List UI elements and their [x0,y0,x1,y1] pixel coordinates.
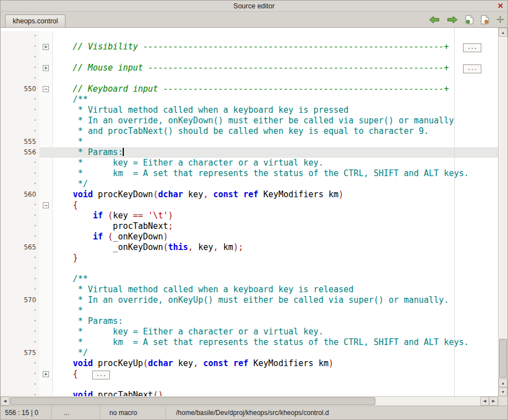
code-line[interactable]: 565 _onKeyDown(this, key, km); [1,242,498,253]
code-line[interactable]: · /** [1,94,498,105]
code-line[interactable]: · */ [1,179,498,189]
code-text: void procKeyUp(dchar key, const ref KeyM… [53,358,498,369]
code-line[interactable]: · [1,263,498,274]
line-number: · [1,200,39,211]
code-line[interactable]: · [1,31,498,42]
code-line[interactable]: · * key = Either a character or a virtua… [1,158,498,168]
fold-column [39,316,53,327]
code-line[interactable]: · * km = A set that represents the statu… [1,337,498,348]
fold-column [39,211,53,221]
code-text: void procTabNext() [53,390,498,396]
code-text: } [53,253,498,263]
fold-column [39,179,53,189]
scroll-up-icon[interactable]: ▲ [499,28,507,37]
fold-column: + [39,369,53,379]
code-line[interactable]: 556 * Params: [1,147,498,158]
right-margin-line [454,28,455,396]
code-line[interactable]: · * Virtual method called when a keyboar… [1,105,498,116]
code-line[interactable]: · } [1,253,498,263]
tab-kheops-control[interactable]: kheops.control [5,14,66,27]
scroll-right-icon[interactable]: ▶ [489,397,498,406]
collapsed-code-indicator[interactable]: ... [463,64,481,73]
scroll-up-icon[interactable]: ▲ [499,378,507,387]
line-number: 565 [1,242,39,253]
document-load-button[interactable] [465,15,474,24]
source-editor-window: Source editor ✕ kheops.control [0,0,508,420]
code-line[interactable]: · * In an override, onKeyDown() must eit… [1,116,498,126]
code-text: if (key == '\t') [53,211,498,221]
fold-column: + [39,42,53,52]
collapsed-code-indicator[interactable]: ... [463,43,481,52]
code-text [53,52,498,63]
code-line[interactable]: · [1,73,498,84]
code-text: * [53,137,498,147]
vertical-scrollbar[interactable]: ▲ ▲ ▼ [498,28,507,396]
code-line[interactable]: · * [1,306,498,316]
detach-handle[interactable] [496,16,504,23]
code-line[interactable]: · if (_onKeyDown) [1,232,498,242]
code-line[interactable]: · /** [1,274,498,284]
code-text: * Params: [53,316,498,327]
vertical-scroll-thumb[interactable] [499,339,507,378]
line-number: · [1,63,39,73]
code-line[interactable]: · * Params: [1,316,498,327]
code-line[interactable]: 555 * [1,137,498,147]
line-number: · [1,253,39,263]
document-save-button[interactable] [481,15,489,24]
code-line[interactable]: · if (key == '\t') [1,211,498,221]
code-line[interactable]: · * key = Either a character or a virtua… [1,327,498,337]
code-text: * [53,306,498,316]
line-number: · [1,358,39,369]
code-view[interactable]: ··+ // Visibility ----------------------… [1,28,498,396]
code-line[interactable]: ·+ // Visibility -----------------------… [1,42,498,52]
line-number: 560 [1,189,39,200]
line-number: 555 [1,137,39,147]
line-number: · [1,179,39,189]
fold-column [39,348,53,358]
line-number: · [1,168,39,179]
code-line[interactable]: · * and procTabNext() should be called w… [1,126,498,137]
code-line[interactable]: ·− { [1,200,498,211]
fold-column [39,295,53,306]
fold-column [39,253,53,263]
code-line[interactable]: ·+ // Mouse input ----------------------… [1,63,498,73]
scroll-left-icon[interactable]: ◀ [1,397,9,406]
fold-expand-icon[interactable]: + [43,371,49,377]
fold-expand-icon[interactable]: + [43,44,49,50]
code-line[interactable]: 550− // Keyboard input -----------------… [1,84,498,94]
text-caret [123,148,124,156]
fold-collapse-icon[interactable]: − [43,86,49,92]
code-line[interactable]: · void procTabNext() [1,390,498,396]
fold-column [39,73,53,84]
fold-column [39,306,53,316]
line-number: · [1,73,39,84]
scroll-left-icon[interactable]: ◀ [480,397,489,406]
fold-column [39,390,53,396]
line-number: · [1,52,39,63]
code-line[interactable]: · * Virtual method called when a keyboar… [1,284,498,295]
code-line[interactable]: 570 * In an override, onKeyUp() must eit… [1,295,498,306]
fold-column [39,337,53,348]
collapsed-code-indicator[interactable]: ... [92,371,110,379]
code-line[interactable]: · procTabNext; [1,221,498,232]
back-button[interactable] [429,16,440,24]
horizontal-scrollbar[interactable]: ◀ ◀ ▶ [1,396,498,406]
forward-button[interactable] [447,16,458,24]
scroll-down-icon[interactable]: ▼ [499,387,507,396]
code-line[interactable]: · void procKeyUp(dchar key, const ref Ke… [1,358,498,369]
code-line[interactable]: 560 void procKeyDown(dchar key, const re… [1,189,498,200]
code-line[interactable]: · [1,379,498,390]
code-line[interactable]: · [1,52,498,63]
close-icon[interactable]: ✕ [497,2,504,10]
code-line[interactable]: ·+ {... [1,369,498,379]
code-text: procTabNext; [53,221,498,232]
horizontal-scroll-thumb[interactable] [10,397,375,405]
code-line[interactable]: · * km = A set that represents the statu… [1,168,498,179]
line-number: · [1,232,39,242]
fold-collapse-icon[interactable]: − [43,202,49,208]
code-text: // Visibility --------------------------… [53,42,498,52]
code-text: * Virtual method called when a keyboard … [53,284,498,295]
fold-expand-icon[interactable]: + [43,65,49,71]
code-line[interactable]: 575 */ [1,348,498,358]
forward-icon [447,16,458,24]
